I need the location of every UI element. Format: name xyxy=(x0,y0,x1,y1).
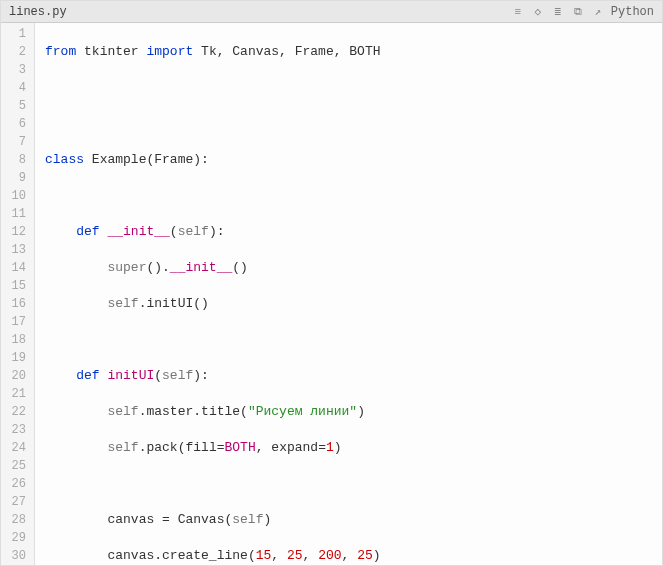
line-number: 16 xyxy=(1,295,26,313)
line-number: 30 xyxy=(1,547,26,565)
code-content[interactable]: from tkinter import Tk, Canvas, Frame, B… xyxy=(35,23,662,565)
line-number: 8 xyxy=(1,151,26,169)
line-number: 12 xyxy=(1,223,26,241)
line-number: 15 xyxy=(1,277,26,295)
lines-icon[interactable]: ≣ xyxy=(551,5,565,19)
line-number: 24 xyxy=(1,439,26,457)
line-number: 11 xyxy=(1,205,26,223)
line-number: 14 xyxy=(1,259,26,277)
popout-icon[interactable]: ↗ xyxy=(591,5,605,19)
line-number: 4 xyxy=(1,79,26,97)
line-number: 6 xyxy=(1,115,26,133)
line-number: 13 xyxy=(1,241,26,259)
line-number: 10 xyxy=(1,187,26,205)
line-number: 19 xyxy=(1,349,26,367)
line-number: 2 xyxy=(1,43,26,61)
line-number: 23 xyxy=(1,421,26,439)
tab-filename[interactable]: lines.py xyxy=(5,5,67,19)
line-number: 17 xyxy=(1,313,26,331)
line-number: 1 xyxy=(1,25,26,43)
language-label: Python xyxy=(611,5,658,19)
toolbar: ≡ ◇ ≣ ⧉ ↗ Python xyxy=(511,5,658,19)
line-number: 29 xyxy=(1,529,26,547)
line-number: 27 xyxy=(1,493,26,511)
line-number: 5 xyxy=(1,97,26,115)
code-area[interactable]: 1 2 3 4 5 6 7 8 9 10 11 12 13 14 15 16 1… xyxy=(1,23,662,565)
line-number: 18 xyxy=(1,331,26,349)
line-gutter: 1 2 3 4 5 6 7 8 9 10 11 12 13 14 15 16 1… xyxy=(1,23,35,565)
copy-icon[interactable]: ⧉ xyxy=(571,5,585,19)
line-number: 28 xyxy=(1,511,26,529)
line-number: 21 xyxy=(1,385,26,403)
tab-bar: lines.py ≡ ◇ ≣ ⧉ ↗ Python xyxy=(1,1,662,23)
list-icon[interactable]: ≡ xyxy=(511,5,525,19)
line-number: 22 xyxy=(1,403,26,421)
line-number: 20 xyxy=(1,367,26,385)
line-number: 26 xyxy=(1,475,26,493)
code-editor: lines.py ≡ ◇ ≣ ⧉ ↗ Python 1 2 3 4 5 6 7 … xyxy=(0,0,663,566)
code-icon[interactable]: ◇ xyxy=(531,5,545,19)
line-number: 25 xyxy=(1,457,26,475)
line-number: 9 xyxy=(1,169,26,187)
line-number: 3 xyxy=(1,61,26,79)
line-number: 7 xyxy=(1,133,26,151)
